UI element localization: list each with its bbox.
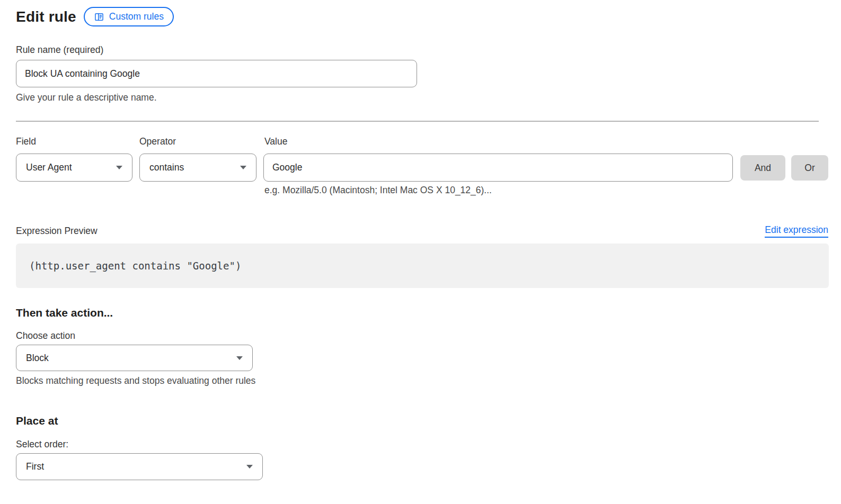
chevron-down-icon <box>116 166 122 169</box>
page-header: Edit rule Custom rules <box>16 7 174 26</box>
chevron-down-icon <box>240 166 246 169</box>
operator-select-value: contains <box>149 162 184 173</box>
action-select-value: Block <box>26 353 49 364</box>
choose-action-label: Choose action <box>16 330 75 341</box>
expression-preview-label: Expression Preview <box>16 226 98 237</box>
custom-rules-button-label: Custom rules <box>109 11 164 22</box>
select-order-label: Select order: <box>16 439 68 450</box>
place-at-heading: Place at <box>16 415 58 427</box>
edit-expression-link[interactable]: Edit expression <box>765 224 828 238</box>
field-label: Field <box>16 136 36 147</box>
expression-code: (http.user_agent contains "Google") <box>29 260 241 272</box>
rule-name-helper: Give your rule a descriptive name. <box>16 92 157 103</box>
and-button[interactable]: And <box>740 155 785 181</box>
custom-rules-button[interactable]: Custom rules <box>84 7 174 26</box>
value-helper: e.g. Mozilla/5.0 (Macintosh; Intel Mac O… <box>264 185 492 196</box>
chevron-down-icon <box>236 356 243 360</box>
order-select-value: First <box>26 461 44 472</box>
field-select[interactable]: User Agent <box>16 154 132 182</box>
operator-select[interactable]: contains <box>139 154 256 182</box>
action-heading: Then take action... <box>16 307 113 319</box>
edit-rule-page: Edit rule Custom rules Rule name (requir… <box>0 0 841 504</box>
book-icon <box>94 12 104 22</box>
rule-name-input[interactable] <box>16 60 417 87</box>
value-input[interactable] <box>263 154 733 182</box>
page-title: Edit rule <box>16 8 76 25</box>
expression-preview-box: (http.user_agent contains "Google") <box>16 244 829 288</box>
action-helper: Blocks matching requests and stops evalu… <box>16 375 255 386</box>
field-select-value: User Agent <box>26 162 72 173</box>
operator-label: Operator <box>139 136 176 147</box>
chevron-down-icon <box>246 465 253 469</box>
value-label: Value <box>264 136 287 147</box>
order-select[interactable]: First <box>16 453 263 480</box>
section-divider <box>16 121 819 122</box>
rule-name-label: Rule name (required) <box>16 44 103 56</box>
action-select[interactable]: Block <box>16 345 253 371</box>
or-button[interactable]: Or <box>791 155 828 181</box>
